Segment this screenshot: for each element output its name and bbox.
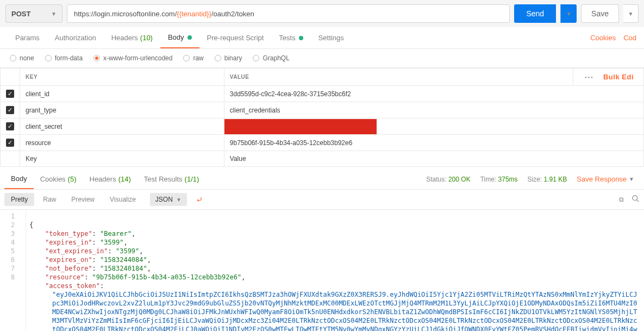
- save-dropdown[interactable]: ▼: [623, 4, 639, 23]
- body-type-xwww[interactable]: x-www-form-urlencoded: [93, 54, 172, 62]
- resp-cookies-count: (5): [68, 175, 77, 183]
- view-raw[interactable]: Raw: [36, 193, 62, 206]
- checkbox-icon[interactable]: ✓: [6, 90, 14, 98]
- tab-body[interactable]: Body: [160, 27, 199, 48]
- svg-line-1: [636, 199, 639, 202]
- radio-icon: [10, 55, 16, 61]
- tab-prerequest[interactable]: Pre-request Script: [199, 27, 272, 48]
- key-cell[interactable]: client_secret: [20, 118, 224, 135]
- copy-icon[interactable]: ⧉: [619, 196, 624, 203]
- value-cell[interactable]: 9b75b06f-915b-4b34-a035-12cebb3b92e6: [224, 135, 643, 151]
- tab-tests-label: Tests: [279, 34, 295, 42]
- redacted-value: [224, 119, 377, 134]
- cookies-link[interactable]: Cookies: [590, 34, 616, 42]
- headers-count: (10): [140, 34, 153, 42]
- checkbox-icon[interactable]: ✓: [6, 122, 14, 130]
- time-value: 375ms: [498, 176, 518, 183]
- chevron-down-icon: ▼: [176, 197, 182, 203]
- key-cell[interactable]: resource: [20, 135, 224, 151]
- time-label: Time:: [480, 176, 497, 183]
- table-row: ✓ grant_type client_credentials: [1, 102, 644, 118]
- body-kv-table: KEY VALUE ••• Bulk Edi ✓ client_id 3dd55…: [0, 68, 644, 167]
- response-body-viewer[interactable]: 12345678 { "token_type": "Bearer", "expi…: [0, 210, 644, 331]
- checkbox-icon[interactable]: ✓: [6, 106, 14, 114]
- tab-headers[interactable]: Headers (10): [104, 27, 160, 48]
- send-button[interactable]: Send: [514, 4, 556, 23]
- radio-label: none: [20, 54, 34, 62]
- method-label: POST: [11, 10, 30, 18]
- value-cell[interactable]: [224, 118, 643, 135]
- body-type-formdata[interactable]: form-data: [45, 54, 83, 62]
- bulk-edit-link[interactable]: Bulk Edi: [599, 73, 638, 81]
- view-pretty[interactable]: Pretty: [4, 193, 34, 206]
- search-icon[interactable]: [632, 195, 640, 204]
- view-preview[interactable]: Preview: [65, 193, 101, 206]
- table-row-new: Key Value: [1, 151, 644, 167]
- request-url-bar: POST ▼ https://login.microsoftonline.com…: [0, 0, 644, 27]
- chevron-down-icon: ▼: [566, 11, 572, 17]
- wrap-lines-icon[interactable]: ⤶: [193, 193, 205, 205]
- resp-tab-tests[interactable]: Test Results (1/1): [137, 169, 206, 189]
- radio-label: GraphQL: [262, 54, 289, 62]
- table-row: ✓ resource 9b75b06f-915b-4b34-a035-12ceb…: [1, 135, 644, 151]
- key-input[interactable]: Key: [20, 151, 224, 167]
- code-link[interactable]: Cod: [623, 34, 636, 42]
- request-right-links: Cookies Cod: [590, 34, 636, 42]
- resp-tab-body[interactable]: Body: [4, 169, 34, 189]
- body-type-none[interactable]: none: [10, 54, 34, 62]
- chevron-down-icon: ▼: [628, 11, 634, 17]
- save-button[interactable]: Save: [581, 4, 619, 23]
- key-header: KEY: [20, 68, 224, 86]
- resp-cookies-label: Cookies: [40, 175, 66, 183]
- value-input[interactable]: Value: [224, 151, 643, 167]
- resp-tab-cookies[interactable]: Cookies (5): [34, 169, 83, 189]
- response-tabs: Body Cookies (5) Headers (14) Test Resul…: [0, 169, 644, 190]
- resp-tab-headers[interactable]: Headers (14): [83, 169, 137, 189]
- size-value: 1.91 KB: [544, 176, 567, 183]
- body-type-binary[interactable]: binary: [215, 54, 242, 62]
- tab-authorization[interactable]: Authorization: [47, 27, 104, 48]
- body-type-raw[interactable]: raw: [183, 54, 203, 62]
- radio-label: x-www-form-urlencoded: [103, 54, 172, 62]
- radio-icon: [93, 55, 100, 61]
- key-cell[interactable]: grant_type: [20, 102, 224, 118]
- http-method-select[interactable]: POST ▼: [5, 4, 62, 23]
- more-icon[interactable]: •••: [582, 74, 597, 80]
- line-gutter: 12345678: [0, 210, 26, 331]
- chevron-down-icon: ▼: [629, 176, 634, 182]
- tab-settings[interactable]: Settings: [311, 27, 352, 48]
- status-dot-icon: [187, 35, 192, 40]
- checkbox-icon[interactable]: ✓: [6, 139, 14, 147]
- tab-tests[interactable]: Tests: [271, 27, 310, 48]
- table-row: ✓ client_id 3dd5595d-c9c2-4cea-928c-3715…: [1, 86, 644, 102]
- json-value: 3599: [120, 247, 135, 255]
- url-input[interactable]: https://login.microsoftonline.com/{{tena…: [67, 4, 510, 23]
- response-code: { "token_type": "Bearer", "expires_in": …: [26, 210, 644, 331]
- radio-icon: [45, 55, 52, 61]
- json-key: access_token: [49, 282, 96, 290]
- svg-point-0: [633, 196, 637, 201]
- save-response-button[interactable]: Save Response ▼: [577, 175, 634, 183]
- access-token-value: eyJ0eXAiOiJKV1QiLCJhbGciOiJSUzI1NiIsImtp…: [52, 291, 637, 331]
- status-label: Status:: [426, 176, 446, 183]
- radio-label: raw: [193, 54, 203, 62]
- body-type-graphql[interactable]: GraphQL: [253, 54, 289, 62]
- value-cell[interactable]: 3dd5595d-c9c2-4cea-928c-3715e35bc6f2: [224, 86, 643, 102]
- radio-icon: [183, 55, 190, 61]
- json-value: 1583240184: [104, 265, 143, 272]
- radio-icon: [215, 55, 221, 61]
- value-cell[interactable]: client_credentials: [224, 102, 643, 118]
- radio-icon: [253, 55, 259, 61]
- response-meta: Status: 200 OK Time: 375ms Size: 1.91 KB…: [426, 175, 640, 183]
- json-value: 3599: [104, 239, 120, 246]
- view-visualize[interactable]: Visualize: [103, 193, 142, 206]
- key-cell[interactable]: client_id: [20, 86, 224, 102]
- tab-params[interactable]: Params: [8, 27, 47, 48]
- send-dropdown[interactable]: ▼: [560, 4, 577, 23]
- url-variable: {{tenantid}}: [177, 10, 211, 18]
- format-select[interactable]: JSON▼: [150, 193, 187, 206]
- chevron-down-icon: ▼: [51, 11, 57, 17]
- tab-headers-label: Headers: [111, 34, 138, 42]
- resp-tests-label: Test Results: [144, 175, 183, 183]
- json-value: 9b75b06f-915b-4b34-a035-12cebb3b92e6: [96, 273, 237, 281]
